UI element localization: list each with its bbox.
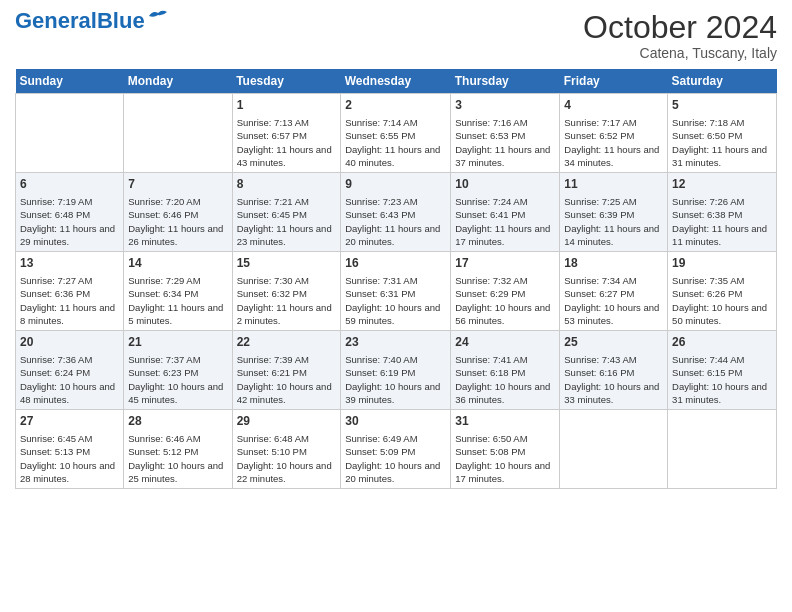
sunset-text: Sunset: 6:24 PM (20, 367, 90, 378)
sunset-text: Sunset: 5:08 PM (455, 446, 525, 457)
calendar-cell: 28Sunrise: 6:46 AMSunset: 5:12 PMDayligh… (124, 410, 232, 489)
daylight-text: Daylight: 10 hours and 22 minutes. (237, 460, 332, 484)
daylight-text: Daylight: 11 hours and 23 minutes. (237, 223, 332, 247)
sunrise-text: Sunrise: 7:16 AM (455, 117, 527, 128)
calendar-cell: 19Sunrise: 7:35 AMSunset: 6:26 PMDayligh… (668, 252, 777, 331)
calendar-cell: 9Sunrise: 7:23 AMSunset: 6:43 PMDaylight… (341, 173, 451, 252)
sunrise-text: Sunrise: 6:48 AM (237, 433, 309, 444)
calendar-cell: 22Sunrise: 7:39 AMSunset: 6:21 PMDayligh… (232, 331, 341, 410)
sunrise-text: Sunrise: 7:19 AM (20, 196, 92, 207)
sunrise-text: Sunrise: 7:25 AM (564, 196, 636, 207)
calendar-cell: 20Sunrise: 7:36 AMSunset: 6:24 PMDayligh… (16, 331, 124, 410)
calendar-cell: 3Sunrise: 7:16 AMSunset: 6:53 PMDaylight… (451, 94, 560, 173)
sunset-text: Sunset: 5:10 PM (237, 446, 307, 457)
daylight-text: Daylight: 10 hours and 28 minutes. (20, 460, 115, 484)
sunrise-text: Sunrise: 7:18 AM (672, 117, 744, 128)
day-number: 18 (564, 255, 663, 272)
day-number: 16 (345, 255, 446, 272)
day-number: 22 (237, 334, 337, 351)
daylight-text: Daylight: 10 hours and 56 minutes. (455, 302, 550, 326)
logo-bird-icon (147, 8, 169, 24)
calendar-cell: 31Sunrise: 6:50 AMSunset: 5:08 PMDayligh… (451, 410, 560, 489)
day-number: 19 (672, 255, 772, 272)
daylight-text: Daylight: 11 hours and 8 minutes. (20, 302, 115, 326)
logo: GeneralBlue (15, 10, 169, 32)
calendar-cell: 1Sunrise: 7:13 AMSunset: 6:57 PMDaylight… (232, 94, 341, 173)
calendar-cell (560, 410, 668, 489)
calendar-week-row: 27Sunrise: 6:45 AMSunset: 5:13 PMDayligh… (16, 410, 777, 489)
sunrise-text: Sunrise: 7:21 AM (237, 196, 309, 207)
daylight-text: Daylight: 10 hours and 39 minutes. (345, 381, 440, 405)
calendar-cell (124, 94, 232, 173)
calendar-cell: 2Sunrise: 7:14 AMSunset: 6:55 PMDaylight… (341, 94, 451, 173)
daylight-text: Daylight: 10 hours and 45 minutes. (128, 381, 223, 405)
sunset-text: Sunset: 6:52 PM (564, 130, 634, 141)
sunset-text: Sunset: 6:57 PM (237, 130, 307, 141)
sunset-text: Sunset: 6:41 PM (455, 209, 525, 220)
sunrise-text: Sunrise: 7:36 AM (20, 354, 92, 365)
calendar-cell (16, 94, 124, 173)
calendar-cell (668, 410, 777, 489)
day-number: 17 (455, 255, 555, 272)
day-number: 15 (237, 255, 337, 272)
calendar-cell: 12Sunrise: 7:26 AMSunset: 6:38 PMDayligh… (668, 173, 777, 252)
sunset-text: Sunset: 5:09 PM (345, 446, 415, 457)
day-number: 10 (455, 176, 555, 193)
daylight-text: Daylight: 10 hours and 50 minutes. (672, 302, 767, 326)
sunset-text: Sunset: 6:31 PM (345, 288, 415, 299)
day-header-tuesday: Tuesday (232, 69, 341, 94)
calendar-cell: 27Sunrise: 6:45 AMSunset: 5:13 PMDayligh… (16, 410, 124, 489)
daylight-text: Daylight: 10 hours and 33 minutes. (564, 381, 659, 405)
sunrise-text: Sunrise: 6:49 AM (345, 433, 417, 444)
calendar-cell: 13Sunrise: 7:27 AMSunset: 6:36 PMDayligh… (16, 252, 124, 331)
sunset-text: Sunset: 6:26 PM (672, 288, 742, 299)
daylight-text: Daylight: 10 hours and 36 minutes. (455, 381, 550, 405)
daylight-text: Daylight: 10 hours and 20 minutes. (345, 460, 440, 484)
daylight-text: Daylight: 11 hours and 29 minutes. (20, 223, 115, 247)
daylight-text: Daylight: 11 hours and 26 minutes. (128, 223, 223, 247)
day-number: 8 (237, 176, 337, 193)
sunrise-text: Sunrise: 7:37 AM (128, 354, 200, 365)
daylight-text: Daylight: 11 hours and 20 minutes. (345, 223, 440, 247)
sunrise-text: Sunrise: 7:20 AM (128, 196, 200, 207)
sunrise-text: Sunrise: 7:17 AM (564, 117, 636, 128)
sunrise-text: Sunrise: 7:35 AM (672, 275, 744, 286)
calendar-week-row: 1Sunrise: 7:13 AMSunset: 6:57 PMDaylight… (16, 94, 777, 173)
calendar-cell: 11Sunrise: 7:25 AMSunset: 6:39 PMDayligh… (560, 173, 668, 252)
daylight-text: Daylight: 10 hours and 53 minutes. (564, 302, 659, 326)
calendar-cell: 21Sunrise: 7:37 AMSunset: 6:23 PMDayligh… (124, 331, 232, 410)
daylight-text: Daylight: 10 hours and 17 minutes. (455, 460, 550, 484)
day-number: 31 (455, 413, 555, 430)
day-number: 21 (128, 334, 227, 351)
calendar-header-row: SundayMondayTuesdayWednesdayThursdayFrid… (16, 69, 777, 94)
calendar-cell: 24Sunrise: 7:41 AMSunset: 6:18 PMDayligh… (451, 331, 560, 410)
day-number: 27 (20, 413, 119, 430)
sunrise-text: Sunrise: 7:40 AM (345, 354, 417, 365)
daylight-text: Daylight: 11 hours and 2 minutes. (237, 302, 332, 326)
sunset-text: Sunset: 6:55 PM (345, 130, 415, 141)
day-number: 2 (345, 97, 446, 114)
day-header-thursday: Thursday (451, 69, 560, 94)
sunset-text: Sunset: 6:16 PM (564, 367, 634, 378)
day-number: 28 (128, 413, 227, 430)
logo-text: GeneralBlue (15, 10, 145, 32)
calendar-cell: 6Sunrise: 7:19 AMSunset: 6:48 PMDaylight… (16, 173, 124, 252)
calendar-cell: 4Sunrise: 7:17 AMSunset: 6:52 PMDaylight… (560, 94, 668, 173)
day-number: 12 (672, 176, 772, 193)
sunrise-text: Sunrise: 7:32 AM (455, 275, 527, 286)
sunset-text: Sunset: 6:21 PM (237, 367, 307, 378)
sunrise-text: Sunrise: 7:31 AM (345, 275, 417, 286)
sunset-text: Sunset: 6:18 PM (455, 367, 525, 378)
calendar-table: SundayMondayTuesdayWednesdayThursdayFrid… (15, 69, 777, 489)
sunset-text: Sunset: 6:38 PM (672, 209, 742, 220)
daylight-text: Daylight: 11 hours and 14 minutes. (564, 223, 659, 247)
sunrise-text: Sunrise: 6:46 AM (128, 433, 200, 444)
daylight-text: Daylight: 10 hours and 42 minutes. (237, 381, 332, 405)
calendar-cell: 25Sunrise: 7:43 AMSunset: 6:16 PMDayligh… (560, 331, 668, 410)
calendar-container: GeneralBlue October 2024 Catena, Tuscany… (0, 0, 792, 499)
sunset-text: Sunset: 6:29 PM (455, 288, 525, 299)
day-number: 30 (345, 413, 446, 430)
sunset-text: Sunset: 6:39 PM (564, 209, 634, 220)
calendar-cell: 16Sunrise: 7:31 AMSunset: 6:31 PMDayligh… (341, 252, 451, 331)
sunset-text: Sunset: 6:43 PM (345, 209, 415, 220)
